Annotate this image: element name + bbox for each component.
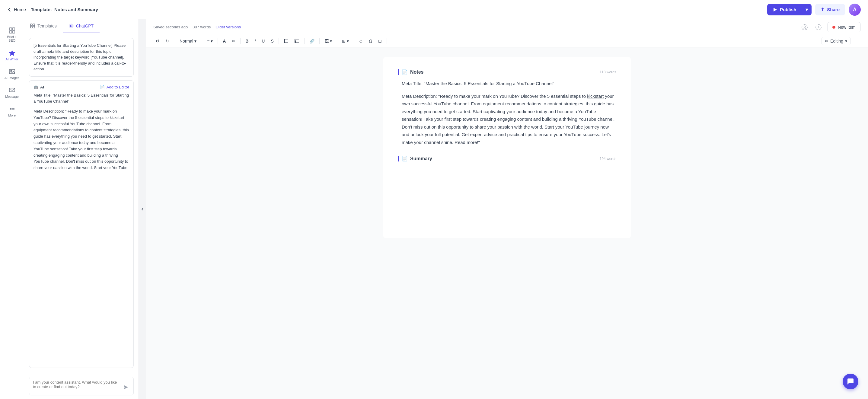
topbar: Home Template: Notes and Summary Publish… <box>0 0 868 19</box>
topbar-right: Publish ▾ ⬆ Share A <box>767 4 861 16</box>
align-button[interactable]: ≡ ▾ <box>205 37 215 45</box>
tab-templates-label: Templates <box>37 24 57 28</box>
editor-inner: 📄 Notes 113 words Meta Title: "Master th… <box>383 57 631 238</box>
notes-meta-title: Meta Title: "Master the Basics: 5 Essent… <box>402 80 616 88</box>
user-icon-button[interactable] <box>800 22 810 32</box>
chat-input-area <box>24 373 138 399</box>
sidebar-item-message[interactable]: Message <box>2 84 22 101</box>
svg-point-18 <box>804 26 806 28</box>
svg-text:G: G <box>70 25 72 28</box>
sidebar-item-more[interactable]: More <box>2 103 22 120</box>
editing-label: Editing <box>830 39 843 43</box>
editor-toolbar: ↺ ↻ Normal ▾ ≡ ▾ A ✏ B I U S <box>146 35 868 48</box>
editor-scroll: 📄 Notes 113 words Meta Title: "Master th… <box>146 48 868 399</box>
publish-button[interactable]: Publish ▾ <box>767 4 812 16</box>
redo-button[interactable]: ↻ <box>163 37 172 45</box>
share-button[interactable]: ⬆ Share <box>815 4 845 16</box>
older-versions-link[interactable]: Older versions <box>216 25 241 29</box>
format-select[interactable]: Normal ▾ <box>177 37 199 45</box>
robot-icon: 🤖 <box>33 85 38 89</box>
toolbar-sep-10 <box>386 38 387 44</box>
summary-title: Summary <box>410 156 432 161</box>
editor-area: Saved seconds ago 307 words Older versio… <box>146 19 868 399</box>
ai-label: 🤖 AI <box>33 85 44 89</box>
text-color-button[interactable]: A <box>220 37 228 45</box>
chat-input-wrapper <box>29 377 134 395</box>
svg-rect-3 <box>9 31 12 33</box>
undo-button[interactable]: ↺ <box>153 37 162 45</box>
link-button[interactable]: 🔗 <box>307 37 317 45</box>
emoji-button[interactable]: ☺ <box>356 37 366 45</box>
special-char-button[interactable]: Ω <box>367 37 375 45</box>
toolbar-sep-1 <box>174 38 174 44</box>
image-button[interactable]: 🖼 ▾ <box>322 37 334 45</box>
home-link[interactable]: Home <box>7 7 26 12</box>
svg-rect-4 <box>12 31 15 33</box>
sidebar-label-ai-writer: AI Writer <box>5 57 19 61</box>
editing-chevron-icon: ▾ <box>845 39 847 43</box>
notes-content[interactable]: Meta Title: "Master the Basics: 5 Essent… <box>398 80 616 146</box>
notes-header-left: 📄 Notes <box>398 69 597 75</box>
sidebar-item-brief-seo[interactable]: Brief + SEO <box>2 24 22 45</box>
editor-meta: Saved seconds ago 307 words Older versio… <box>153 25 241 29</box>
bold-button[interactable]: B <box>243 37 251 45</box>
toolbar-sep-4 <box>240 38 241 44</box>
toolbar-sep-2 <box>202 38 202 44</box>
svg-rect-12 <box>33 24 35 26</box>
editing-pencil-icon: ✏ <box>825 39 829 43</box>
numbered-list-button[interactable]: 1. 2. 3. <box>292 37 302 45</box>
chat-send-button[interactable] <box>122 383 130 392</box>
add-to-editor-label: Add to Editor <box>106 85 129 89</box>
bullet-list-button[interactable] <box>281 37 291 45</box>
ai-result-box: 🤖 AI 📄 Add to Editor Meta Title: "Master… <box>29 80 134 368</box>
add-to-editor-icon: 📄 <box>100 85 105 89</box>
underline-button[interactable]: U <box>259 37 267 45</box>
strikethrough-button[interactable]: S <box>268 37 276 45</box>
ai-result-header: 🤖 AI 📄 Add to Editor <box>33 85 129 89</box>
editing-dropdown[interactable]: ✏ Editing ▾ <box>822 37 850 45</box>
clock-icon-button[interactable] <box>813 22 824 32</box>
more-options-button[interactable]: ⋯ <box>852 37 861 45</box>
add-to-editor-button[interactable]: 📄 Add to Editor <box>100 85 129 89</box>
format-clear-button[interactable]: ⊡ <box>376 37 384 45</box>
new-item-dot <box>832 26 835 29</box>
svg-point-20 <box>284 39 285 40</box>
svg-marker-5 <box>9 50 16 56</box>
tab-chatgpt[interactable]: G ChatGPT <box>63 19 100 33</box>
summary-word-count: 194 words <box>600 157 616 161</box>
chat-fab-button[interactable] <box>843 374 858 389</box>
format-chevron-icon: ▾ <box>194 39 196 43</box>
toolbar-sep-6 <box>304 38 305 44</box>
italic-button[interactable]: I <box>252 37 258 45</box>
sidebar-item-ai-writer[interactable]: AI Writer <box>2 47 22 64</box>
svg-point-22 <box>284 42 285 43</box>
summary-section-header: 📄 Summary 194 words <box>398 156 616 161</box>
table-button[interactable]: ⊞ ▾ <box>340 37 351 45</box>
svg-point-21 <box>284 41 285 42</box>
svg-rect-11 <box>30 24 32 26</box>
avatar[interactable]: A <box>849 4 861 16</box>
tab-chatgpt-label: ChatGPT <box>76 24 94 28</box>
tab-templates[interactable]: Templates <box>24 19 63 33</box>
panel-toggle[interactable] <box>139 19 146 399</box>
publish-caret-icon[interactable]: ▾ <box>802 4 812 16</box>
chat-input[interactable] <box>33 380 120 392</box>
summary-header-left: 📄 Summary <box>398 156 597 161</box>
template-prefix: Template: <box>31 7 52 12</box>
topbar-left: Home Template: Notes and Summary <box>7 7 98 12</box>
toolbar-sep-7 <box>319 38 320 44</box>
svg-point-9 <box>11 109 12 110</box>
sidebar-item-ai-images[interactable]: AI Images <box>2 65 22 83</box>
new-item-button[interactable]: New Item <box>827 22 861 32</box>
svg-text:3.: 3. <box>294 41 296 43</box>
share-upload-icon: ⬆ <box>820 7 825 12</box>
highlight-button[interactable]: ✏ <box>229 37 238 45</box>
sidebar-label-message: Message <box>5 95 19 98</box>
new-item-label: New Item <box>838 25 856 30</box>
notes-icon: 📄 <box>402 69 408 75</box>
svg-rect-2 <box>12 28 15 30</box>
saved-status: Saved seconds ago <box>153 25 188 29</box>
notes-meta-description: Meta Description: "Ready to make your ma… <box>402 92 616 146</box>
editor-topbar: Saved seconds ago 307 words Older versio… <box>146 19 868 35</box>
prompt-box: [5 Essentials for Starting a YouTube Cha… <box>29 38 134 76</box>
